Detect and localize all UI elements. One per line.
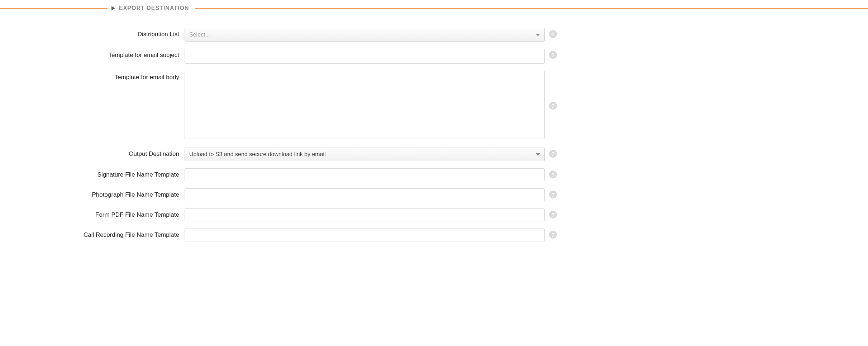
distribution-list-select[interactable]: Select... xyxy=(185,28,545,42)
row-output-destination: Output Destination Upload to S3 and send… xyxy=(0,148,868,161)
row-photograph-template: Photograph File Name Template ? xyxy=(0,188,868,201)
signature-template-input[interactable] xyxy=(185,168,545,181)
row-signature-template: Signature File Name Template ? xyxy=(0,168,868,181)
help-icon[interactable]: ? xyxy=(549,170,557,178)
label-distribution-list: Distribution List xyxy=(0,28,185,38)
section-header: EXPORT DESTINATION xyxy=(0,3,868,14)
section-divider-left xyxy=(0,8,108,9)
label-call-recording-template: Call Recording File Name Template xyxy=(0,229,185,239)
help-icon[interactable]: ? xyxy=(549,51,557,59)
label-email-body: Template for email body xyxy=(0,71,185,81)
help-icon[interactable]: ? xyxy=(549,102,557,110)
chevron-right-icon[interactable] xyxy=(111,6,115,10)
email-body-textarea[interactable] xyxy=(185,71,545,139)
distribution-list-value: Select... xyxy=(189,32,210,38)
email-subject-input[interactable] xyxy=(185,49,545,64)
section-divider-right xyxy=(195,8,868,9)
section-title-wrap[interactable]: EXPORT DESTINATION xyxy=(108,5,195,11)
label-photograph-template: Photograph File Name Template xyxy=(0,188,185,198)
output-destination-value: Upload to S3 and send secure download li… xyxy=(189,151,326,158)
svg-marker-1 xyxy=(536,34,540,36)
output-destination-select[interactable]: Upload to S3 and send secure download li… xyxy=(185,148,545,161)
label-form-pdf-template: Form PDF File Name Template xyxy=(0,208,185,218)
row-form-pdf-template: Form PDF File Name Template ? xyxy=(0,208,868,221)
help-icon[interactable]: ? xyxy=(549,231,557,239)
chevron-down-icon xyxy=(536,32,540,38)
photograph-template-input[interactable] xyxy=(185,188,545,201)
row-email-body: Template for email body ? xyxy=(0,71,868,140)
help-icon[interactable]: ? xyxy=(549,191,557,198)
call-recording-template-input[interactable] xyxy=(185,229,545,241)
section-title: EXPORT DESTINATION xyxy=(119,5,189,11)
label-output-destination: Output Destination xyxy=(0,148,185,158)
form-area: Distribution List Select... ? Template f… xyxy=(0,14,868,241)
form-pdf-template-input[interactable] xyxy=(185,208,545,221)
row-distribution-list: Distribution List Select... ? xyxy=(0,28,868,42)
chevron-down-icon xyxy=(536,151,540,158)
help-icon[interactable]: ? xyxy=(549,30,557,38)
svg-marker-2 xyxy=(536,153,540,156)
svg-marker-0 xyxy=(111,6,115,10)
label-signature-template: Signature File Name Template xyxy=(0,168,185,178)
row-call-recording-template: Call Recording File Name Template ? xyxy=(0,229,868,241)
label-email-subject: Template for email subject xyxy=(0,49,185,59)
help-icon[interactable]: ? xyxy=(549,150,557,158)
row-email-subject: Template for email subject ? xyxy=(0,49,868,64)
help-icon[interactable]: ? xyxy=(549,211,557,218)
